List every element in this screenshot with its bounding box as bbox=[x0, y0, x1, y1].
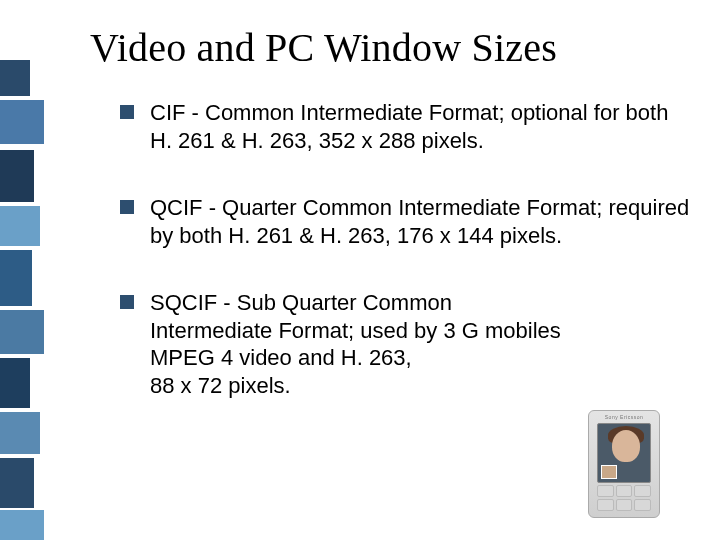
sidebar-block bbox=[0, 358, 30, 408]
square-bullet-icon bbox=[120, 105, 134, 119]
phone-body: Sony Ericsson bbox=[588, 410, 660, 518]
list-item: SQCIF - Sub Quarter Common Intermediate … bbox=[120, 289, 690, 399]
bullet-list: CIF - Common Intermediate Format; option… bbox=[120, 99, 690, 399]
slide-title: Video and PC Window Sizes bbox=[90, 24, 690, 71]
decorative-sidebar bbox=[0, 0, 44, 540]
phone-brand-label: Sony Ericsson bbox=[589, 414, 659, 420]
bullet-text: CIF - Common Intermediate Format; option… bbox=[150, 99, 690, 154]
phone-key bbox=[616, 485, 633, 497]
list-item: QCIF - Quarter Common Intermediate Forma… bbox=[120, 194, 690, 249]
phone-key bbox=[597, 485, 614, 497]
sidebar-block bbox=[0, 510, 44, 540]
sidebar-block bbox=[0, 60, 30, 96]
bullet-text: QCIF - Quarter Common Intermediate Forma… bbox=[150, 194, 690, 249]
sidebar-block bbox=[0, 310, 44, 354]
sidebar-block bbox=[0, 100, 44, 144]
list-item: CIF - Common Intermediate Format; option… bbox=[120, 99, 690, 154]
sidebar-block bbox=[0, 150, 34, 202]
bullet-text: SQCIF - Sub Quarter Common Intermediate … bbox=[150, 289, 690, 399]
phone-key bbox=[634, 485, 651, 497]
phone-screen bbox=[597, 423, 651, 483]
phone-key bbox=[597, 499, 614, 511]
phone-key bbox=[634, 499, 651, 511]
square-bullet-icon bbox=[120, 295, 134, 309]
square-bullet-icon bbox=[120, 200, 134, 214]
phone-key bbox=[616, 499, 633, 511]
mobile-phone-image: Sony Ericsson bbox=[588, 410, 660, 518]
sidebar-block bbox=[0, 250, 32, 306]
phone-screen-pip bbox=[601, 465, 617, 479]
phone-keypad bbox=[597, 485, 651, 511]
sidebar-block bbox=[0, 206, 40, 246]
slide-content: Video and PC Window Sizes CIF - Common I… bbox=[90, 24, 690, 399]
sidebar-block bbox=[0, 412, 40, 454]
phone-screen-graphic bbox=[612, 430, 640, 462]
sidebar-block bbox=[0, 458, 34, 508]
